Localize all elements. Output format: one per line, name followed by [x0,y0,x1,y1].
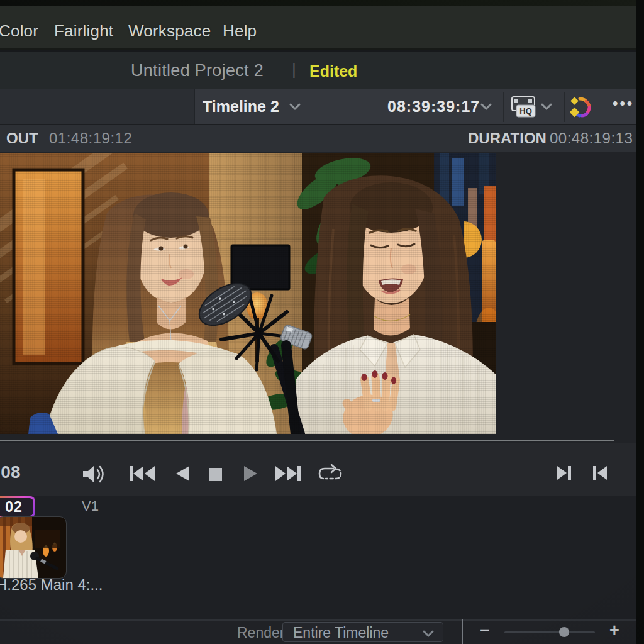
duration-label: DURATION [468,130,547,147]
track-label-v1[interactable]: V1 [82,498,99,514]
chevron-down-icon[interactable] [289,103,301,111]
out-label: OUT [6,130,38,147]
monitor-bezel-right [636,0,644,644]
chevron-down-icon[interactable] [541,103,552,111]
loop-button[interactable] [317,463,343,483]
volume-icon[interactable] [82,464,107,485]
render-scope-value: Entire Timeline [293,625,389,641]
chevron-down-icon[interactable] [480,103,492,111]
monitor-bezel-top [0,0,644,6]
clip-thumbnail-artwork [0,517,66,578]
more-options-button[interactable]: ••• [613,94,634,112]
menu-bar: Color Fairlight Workspace Help [0,6,636,50]
viewer-header-left-segment [0,89,195,124]
chevron-down-icon [423,630,434,638]
timeline-zoom-slider[interactable] [504,631,595,633]
timeline-zoom-out-button[interactable]: − [480,621,490,640]
inout-bar: OUT 01:48:19:12 DURATION 00:48:19:13 [0,125,636,152]
transport-bar: :08 [0,443,636,496]
menu-item-fairlight[interactable]: Fairlight [54,21,113,41]
timeline-selector[interactable]: Timeline 2 [203,97,279,116]
viewer-timecode[interactable]: 08:39:39:17 [387,97,480,116]
play-reverse-button[interactable] [174,465,191,482]
out-timecode: 01:48:19:12 [49,130,132,147]
clip-thumbnail[interactable] [0,517,66,578]
menu-item-color[interactable]: Color [0,21,38,41]
stop-button[interactable] [208,467,223,482]
previous-clip-button[interactable] [591,465,608,481]
divider [564,92,565,122]
menu-item-help[interactable]: Help [223,21,257,41]
divider [503,92,504,122]
clip-number-badge: 02 [0,496,35,518]
clip-codec-label: H.265 Main 4:... [0,576,103,594]
menu-item-workspace[interactable]: Workspace [128,21,211,41]
skip-to-start-button[interactable] [128,465,157,482]
video-frame-artwork [0,153,496,434]
skip-to-end-button[interactable] [273,465,302,482]
render-control-bar: Render Entire Timeline − + [0,619,636,644]
render-label: Render [237,625,284,641]
project-title: Untitled Project 2 [131,61,264,80]
video-preview[interactable] [0,153,496,434]
viewer-area [0,152,636,443]
timeline-panel: 02 V1 H.26 [0,496,636,619]
next-clip-button[interactable] [556,465,573,481]
timeline-zoom-in-button[interactable]: + [609,621,619,640]
timecode-fragment: :08 [0,462,20,482]
clip-number-badge-label: 02 [0,498,33,516]
svg-text:HQ: HQ [519,106,532,116]
scrub-bar[interactable] [0,440,614,441]
davinci-resolve-deliver-screen: Color Fairlight Workspace Help Untitled … [0,0,644,644]
play-button[interactable] [242,465,259,482]
edited-status-badge: Edited [309,62,357,80]
viewer-header-bar: Timeline 2 08:39:39:17 HQ ••• [0,89,636,125]
timeline-zoom-slider-knob[interactable] [559,627,569,637]
render-cache-hq-icon[interactable]: HQ [508,95,538,119]
render-scope-dropdown[interactable]: Entire Timeline [282,622,443,642]
title-bar: Untitled Project 2 | Edited [0,52,636,89]
title-separator: | [292,60,296,79]
resolve-ai-magic-icon[interactable] [570,96,592,119]
divider [462,619,463,644]
duration-timecode: 00:48:19:13 [550,130,633,147]
